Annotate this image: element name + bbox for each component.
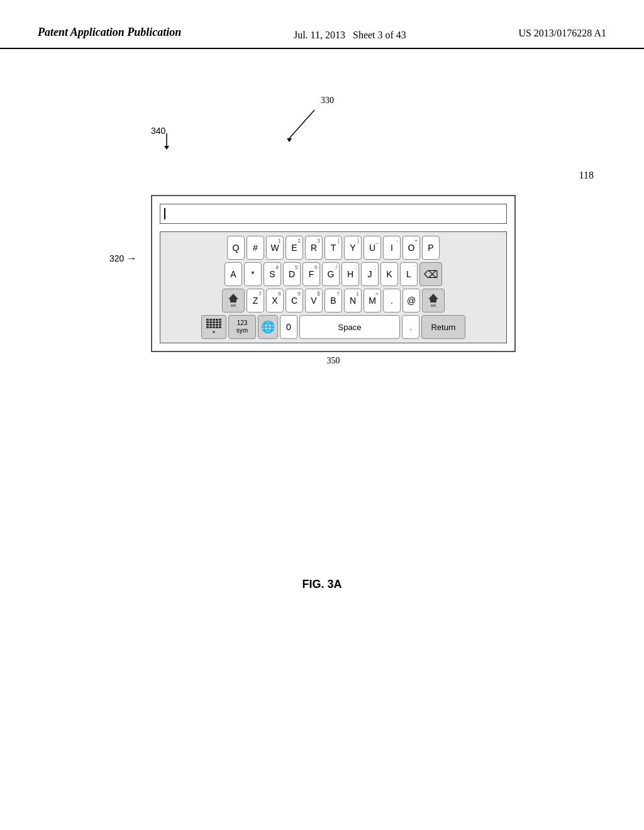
key-X[interactable]: 8X	[266, 289, 284, 313]
keyboard-body: Q # 1W 2E 3R (T )Y _U -I +O P A * 4S 5D …	[160, 231, 507, 343]
key-A[interactable]: A	[225, 262, 242, 286]
key-row-4: ▼ 123sym 🌐 0 Space . Return	[164, 315, 502, 339]
grid-icon	[206, 319, 221, 328]
key-J[interactable]: ;J	[361, 262, 379, 286]
label-330-container: 330	[151, 113, 516, 145]
grid-key[interactable]: ▼	[201, 315, 226, 339]
figure-caption: FIG. 3A	[0, 578, 644, 591]
key-W[interactable]: 1W	[266, 236, 284, 260]
publication-date: Jul. 11, 2013	[294, 30, 345, 40]
svg-marker-1	[287, 138, 292, 142]
key-H[interactable]: :H	[341, 262, 359, 286]
num-sym-key[interactable]: 123sym	[228, 315, 256, 339]
diagram-area: 330 340 320 → Q # 1W	[151, 113, 516, 366]
label-350: 350	[151, 356, 516, 366]
page-header: Patent Application Publication Jul. 11, …	[0, 0, 644, 49]
shift-key-left[interactable]: aA	[222, 289, 245, 313]
svg-line-0	[289, 110, 314, 138]
text-input-bar[interactable]	[160, 204, 507, 224]
key-F[interactable]: 6F	[303, 262, 320, 286]
globe-key[interactable]: 🌐	[258, 315, 278, 339]
cursor	[164, 208, 169, 219]
globe-icon: 🌐	[261, 320, 275, 334]
backspace-icon: ⌫	[424, 268, 438, 280]
key-B[interactable]: ?B	[325, 289, 342, 313]
grid-arrow: ▼	[211, 329, 216, 335]
key-period-row3[interactable]: .	[383, 289, 401, 313]
svg-marker-3	[164, 146, 169, 150]
label-330: 330	[321, 96, 334, 106]
space-label: Space	[338, 323, 362, 332]
arrow-320: →	[126, 253, 136, 264]
key-row-1: Q # 1W 2E 3R (T )Y _U -I +O P	[164, 236, 502, 260]
return-label: Return	[431, 323, 455, 332]
key-S[interactable]: 4S	[264, 262, 281, 286]
period-key[interactable]: .	[402, 315, 419, 339]
reference-118: 118	[579, 170, 594, 181]
key-K[interactable]: K	[380, 262, 398, 286]
key-row-3: aA 7Z 8X 9C $V ?B 1N =M . @ aA	[164, 289, 502, 313]
arrow-330	[277, 107, 352, 145]
sheet-info: Sheet 3 of 43	[353, 30, 406, 40]
key-T[interactable]: (T	[325, 236, 342, 260]
space-key[interactable]: Space	[299, 315, 400, 339]
key-hash[interactable]: #	[247, 236, 264, 260]
shift-icon-left: aA	[228, 294, 238, 307]
publication-title: Patent Application Publication	[38, 25, 181, 40]
key-R[interactable]: 3R	[305, 236, 323, 260]
label-320: 320	[109, 253, 124, 263]
return-key[interactable]: Return	[421, 315, 465, 339]
key-C[interactable]: 9C	[286, 289, 303, 313]
period-label: .	[409, 323, 412, 332]
publication-date-sheet: Jul. 11, 2013 Sheet 3 of 43	[294, 25, 406, 43]
key-row-2: A * 4S 5D 6F /G :H ;J K 'L ⌫	[164, 262, 502, 286]
key-Z[interactable]: 7Z	[247, 289, 264, 313]
keyboard-outer-container: 320 → Q # 1W 2E 3R (T )Y _U -I +O P	[151, 195, 516, 352]
key-0[interactable]: 0	[280, 315, 297, 339]
key-V[interactable]: $V	[305, 289, 323, 313]
backspace-key[interactable]: ⌫	[419, 262, 442, 286]
key-U[interactable]: _U	[364, 236, 381, 260]
shift-key-right[interactable]: aA	[422, 289, 445, 313]
key-L[interactable]: 'L	[400, 262, 418, 286]
arrow-340	[164, 133, 182, 152]
key-M[interactable]: =M	[364, 289, 381, 313]
num-sym-label: 123sym	[236, 319, 248, 335]
key-E[interactable]: 2E	[286, 236, 303, 260]
label-320-container: 320 →	[109, 253, 136, 264]
shift-icon-right: aA	[428, 294, 438, 307]
fig-label: FIG. 3A	[302, 578, 341, 590]
key-O[interactable]: +O	[402, 236, 420, 260]
key-Q[interactable]: Q	[227, 236, 245, 260]
key-Y[interactable]: )Y	[344, 236, 362, 260]
key-I[interactable]: -I	[383, 236, 401, 260]
publication-number: US 2013/0176228 A1	[518, 25, 606, 39]
key-N[interactable]: 1N	[344, 289, 362, 313]
key-G[interactable]: /G	[322, 262, 340, 286]
key-at[interactable]: @	[402, 289, 420, 313]
key-D[interactable]: 5D	[283, 262, 301, 286]
key-P[interactable]: P	[422, 236, 440, 260]
key-star[interactable]: *	[244, 262, 262, 286]
